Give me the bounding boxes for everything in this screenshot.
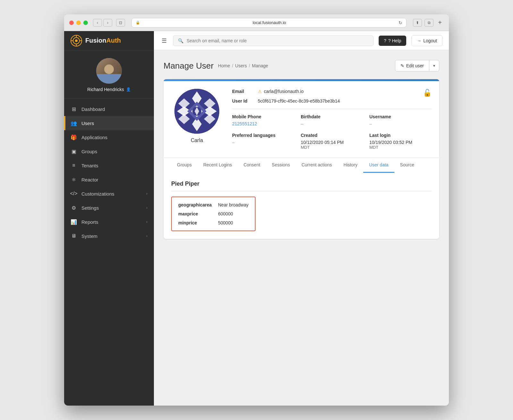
email-label: Email — [232, 89, 258, 94]
sidebar-item-label: Tenants — [81, 163, 98, 168]
breadcrumb-users[interactable]: Users — [235, 63, 247, 68]
birthdate-label: Birthdate — [301, 114, 363, 119]
mobile-phone-item: Mobile Phone 2125551212 — [232, 114, 294, 126]
edit-user-dropdown-button[interactable]: ▾ — [429, 60, 439, 71]
sidebar-item-reactor[interactable]: ⚛ Reactor — [64, 172, 154, 187]
traffic-lights — [69, 21, 88, 25]
title-bar: ‹ › ⊡ 🔒 local.fusionauth.io ↻ ⬆ ⧉ + — [64, 14, 449, 31]
nav-buttons: ‹ › — [93, 19, 112, 27]
profile-name: Richard Hendricks 👤 — [87, 87, 130, 92]
customizations-icon: </> — [71, 190, 77, 197]
help-button[interactable]: ? ? Help — [379, 36, 406, 46]
sidebar-item-label: Customizations — [81, 191, 114, 197]
info-divider — [232, 109, 432, 109]
created-label: Created — [301, 133, 363, 138]
last-login-tz: MDT — [369, 145, 432, 150]
data-key-geographicarea: geographicarea — [178, 202, 214, 207]
sidebar-item-label: Users — [81, 121, 94, 126]
data-val-maxprice: 600000 — [218, 211, 233, 216]
sidebar-item-label: Settings — [81, 205, 99, 211]
tab-content: Pied Piper geographicarea Near broadway … — [164, 173, 439, 239]
top-bar: ☰ 🔍 ? ? Help → Logout — [154, 31, 449, 50]
mobile-phone-label: Mobile Phone — [232, 114, 294, 119]
username-label: Username — [369, 114, 432, 119]
user-avatar — [174, 89, 219, 134]
main-content: ☰ 🔍 ? ? Help → Logout — [154, 31, 449, 406]
search-bar: 🔍 — [173, 35, 374, 46]
email-warning-icon: ⚠ — [258, 89, 262, 94]
sidebar-item-customizations[interactable]: </> Customizations › — [64, 187, 154, 201]
sidebar-item-users[interactable]: 👥 Users — [64, 116, 154, 130]
sidebar-item-tenants[interactable]: ≡ Tenants — [64, 158, 154, 172]
edit-user-button[interactable]: ✎ Edit user — [395, 60, 429, 71]
preferred-languages-item: Preferred languages – — [232, 133, 294, 150]
search-input[interactable] — [187, 38, 369, 43]
sidebar-item-settings[interactable]: ⚙ Settings › — [64, 201, 154, 215]
username-value: – — [369, 121, 432, 126]
hamburger-button[interactable]: ☰ — [160, 36, 168, 46]
back-button[interactable]: ‹ — [93, 19, 102, 27]
sidebar-item-reports[interactable]: 📊 Reports › — [64, 215, 154, 229]
preferred-languages-label: Preferred languages — [232, 133, 294, 138]
chevron-right-icon: › — [146, 191, 147, 196]
traffic-light-yellow[interactable] — [76, 21, 81, 25]
tab-section-title: Pied Piper — [171, 181, 432, 191]
url-bar: 🔒 local.fusionauth.io ↻ — [131, 18, 407, 28]
chevron-right-icon: › — [146, 220, 147, 224]
tab-source[interactable]: Source — [394, 158, 420, 173]
sidebar-logo: FusionAuth — [64, 31, 154, 50]
sidebar-item-applications[interactable]: 🎁 Applications — [64, 130, 154, 144]
share-button[interactable]: ⬆ — [413, 19, 422, 27]
forward-button[interactable]: › — [103, 19, 112, 27]
sidebar-item-label: Reactor — [81, 177, 98, 182]
data-row-maxprice: maxprice 600000 — [178, 211, 248, 216]
tab-sessions[interactable]: Sessions — [266, 158, 296, 173]
breadcrumb-home[interactable]: Home — [218, 63, 230, 68]
sidebar-item-label: Applications — [81, 135, 107, 140]
logo-text: FusionAuth — [85, 37, 121, 44]
logout-button[interactable]: → Logout — [411, 35, 442, 46]
traffic-light-green[interactable] — [83, 21, 88, 25]
data-val-minprice: 500000 — [218, 220, 233, 225]
logo-auth: Auth — [106, 37, 121, 44]
username-item: Username – — [369, 114, 432, 126]
tab-consent[interactable]: Consent — [238, 158, 266, 173]
breadcrumb-sep2: / — [249, 63, 250, 68]
tab-current-actions[interactable]: Current actions — [296, 158, 338, 173]
breadcrumb: Home / Users / Manage — [218, 63, 268, 68]
data-row-geographicarea: geographicarea Near broadway — [178, 202, 248, 207]
sidebar-item-dashboard[interactable]: ⊞ Dashboard — [64, 102, 154, 116]
new-tab-button[interactable]: ⧉ — [425, 19, 433, 27]
sidebar-item-groups[interactable]: ▣ Groups — [64, 144, 154, 158]
preferred-languages-value: – — [232, 140, 294, 145]
unlock-icon: 🔓 — [423, 89, 432, 97]
data-val-geographicarea: Near broadway — [218, 202, 248, 207]
tab-history[interactable]: History — [338, 158, 363, 173]
sidebar-item-label: Dashboard — [81, 106, 105, 112]
mac-window: ‹ › ⊡ 🔒 local.fusionauth.io ↻ ⬆ ⧉ + — [64, 14, 449, 406]
edit-user-label: Edit user — [406, 63, 424, 68]
page-header-left: Manage User Home / Users / Manage — [164, 61, 268, 71]
data-box: geographicarea Near broadway maxprice 60… — [171, 197, 256, 231]
user-avatar-section: Carla — [171, 89, 223, 150]
edit-icon: ✎ — [400, 63, 404, 68]
refresh-icon[interactable]: ↻ — [399, 20, 402, 25]
data-row-minprice: minprice 500000 — [178, 220, 248, 225]
created-value: 10/12/2020 05:14 PM — [301, 140, 363, 145]
sidebar-toggle-button[interactable]: ⊡ — [116, 19, 125, 27]
chevron-right-icon: › — [146, 234, 147, 238]
add-tab-button[interactable]: + — [436, 19, 444, 27]
tab-user-data[interactable]: User data — [363, 158, 394, 173]
system-icon: 🖥 — [71, 233, 77, 239]
tab-recent-logins[interactable]: Recent Logins — [198, 158, 238, 173]
traffic-light-red[interactable] — [69, 21, 74, 25]
sidebar-item-label: Reports — [81, 219, 98, 225]
sidebar-item-system[interactable]: 🖥 System › — [64, 229, 154, 243]
tab-groups[interactable]: Groups — [171, 158, 198, 173]
groups-icon: ▣ — [71, 148, 77, 155]
user-card: Carla 🔓 Email ⚠ carla@fusionauth.io — [164, 79, 439, 239]
users-icon: 👥 — [71, 120, 77, 126]
userid-value: 5c0f6179-cf9c-45ec-8c39-e58b37be3b14 — [258, 98, 340, 104]
profile-avatar-image — [96, 58, 122, 84]
mobile-phone-value[interactable]: 2125551212 — [232, 121, 294, 126]
